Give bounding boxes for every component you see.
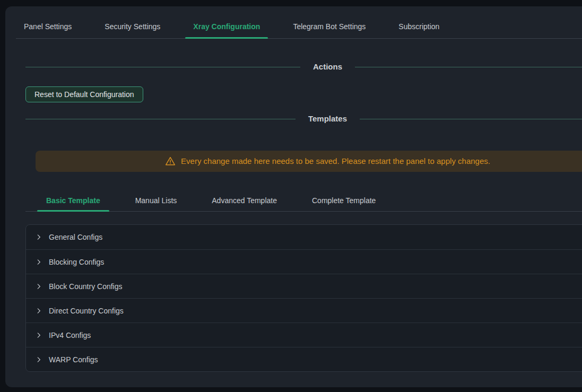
xray-configuration-panel: Actions Reset to Default Configuration T… [25, 61, 582, 372]
actions-row: Reset to Default Configuration [25, 86, 582, 102]
chevron-right-icon [35, 258, 42, 266]
tab-telegram-bot-settings[interactable]: Telegram Bot Settings [285, 17, 373, 38]
collapse-row-label: IPv4 Configs [49, 331, 91, 339]
tab-panel-settings[interactable]: Panel Settings [16, 17, 80, 38]
collapse-row-label: WARP Configs [49, 355, 98, 364]
tab-manual-lists[interactable]: Manual Lists [126, 191, 186, 211]
actions-divider-title: Actions [313, 61, 342, 73]
chevron-right-icon [35, 233, 42, 241]
divider-line [25, 67, 300, 67]
tab-security-settings[interactable]: Security Settings [97, 17, 168, 38]
collapse-warp-configs[interactable]: WARP Configs [26, 347, 582, 371]
chevron-right-icon [35, 307, 42, 315]
templates-divider: Templates [25, 113, 582, 125]
tab-complete-template[interactable]: Complete Template [303, 191, 385, 211]
template-tab-bar: Basic Template Manual Lists Advanced Tem… [25, 191, 582, 212]
restart-warning-text: Every change made here needs to be saved… [181, 156, 490, 167]
chevron-right-icon [35, 332, 42, 339]
config-collapse-list: General Configs Blocking Configs Block C… [25, 224, 582, 372]
collapse-ipv4-configs[interactable]: IPv4 Configs [26, 323, 582, 347]
tab-subscription[interactable]: Subscription [390, 17, 447, 38]
tab-advanced-template[interactable]: Advanced Template [203, 191, 286, 211]
divider-line [25, 119, 296, 119]
chevron-right-icon [35, 356, 42, 363]
main-tab-bar: Panel Settings Security Settings Xray Co… [16, 17, 582, 39]
warning-icon [165, 156, 176, 167]
divider-line [355, 67, 582, 67]
settings-card: Panel Settings Security Settings Xray Co… [5, 6, 582, 387]
actions-divider: Actions [25, 61, 582, 73]
collapse-row-label: Direct Country Configs [49, 307, 124, 315]
collapse-row-label: Blocking Configs [49, 258, 104, 266]
collapse-direct-country-configs[interactable]: Direct Country Configs [26, 298, 582, 323]
divider-line [360, 119, 582, 119]
collapse-row-label: Block Country Configs [49, 282, 123, 291]
tab-basic-template[interactable]: Basic Template [37, 191, 109, 211]
templates-divider-title: Templates [308, 113, 347, 125]
reset-default-config-button[interactable]: Reset to Default Configuration [25, 86, 143, 102]
collapse-blocking-configs[interactable]: Blocking Configs [26, 249, 582, 274]
tab-xray-configuration[interactable]: Xray Configuration [185, 17, 268, 38]
collapse-block-country-configs[interactable]: Block Country Configs [26, 274, 582, 298]
chevron-right-icon [35, 283, 42, 290]
collapse-row-label: General Configs [49, 233, 102, 241]
restart-warning-alert: Every change made here needs to be saved… [36, 151, 582, 172]
collapse-general-configs[interactable]: General Configs [26, 225, 582, 249]
